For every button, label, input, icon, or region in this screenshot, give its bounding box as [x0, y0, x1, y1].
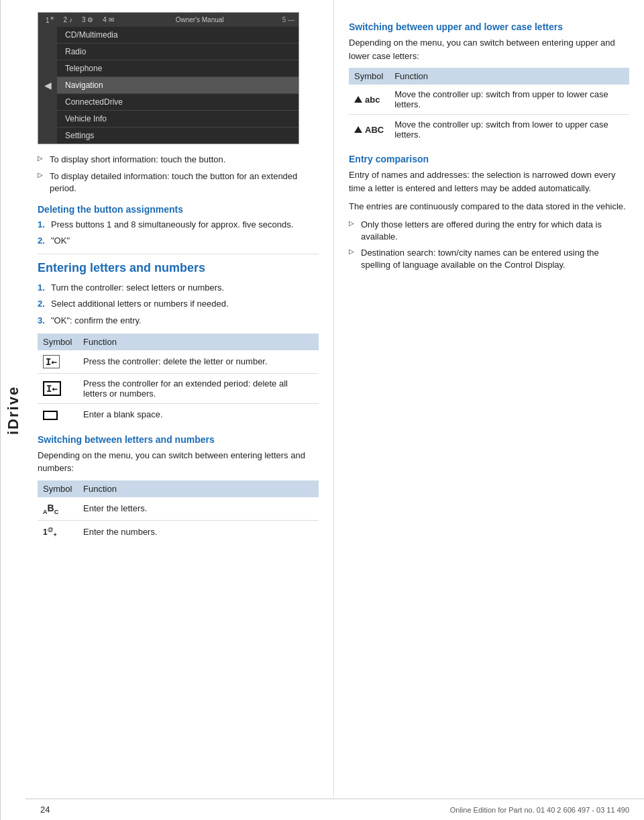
menu-num: 5 —	[282, 16, 294, 23]
intro-bullets: To display short information: touch the …	[38, 154, 319, 195]
table1-header-function: Function	[78, 334, 319, 350]
table-row: I← Press the controller: delete the lett…	[38, 350, 319, 374]
delete-steps: 1.Press buttons 1 and 8 simultaneously f…	[38, 219, 319, 247]
table-row: 1@+ Enter the numbers.	[38, 520, 319, 543]
menu-body: ◀ CD/Multimedia Radio Telephone Navigati…	[38, 27, 299, 144]
symbol-table-2: Symbol Function ABC Enter the letters. 1…	[38, 480, 319, 543]
switch-letters-intro: Depending on the menu, you can switch be…	[38, 449, 319, 475]
table-ul-header-function: Function	[389, 68, 629, 85]
menu-item-cd: CD/Multimedia	[57, 27, 299, 44]
menu-tab-4: 4 ✉	[99, 15, 117, 24]
function-nums: Enter the numbers.	[78, 520, 319, 543]
sidebar: iDrive	[0, 0, 25, 820]
table-row: ABC Move the controller up: switch from …	[349, 115, 629, 145]
menu-item-connected: ConnectedDrive	[57, 94, 299, 111]
table-row: ABC Enter the letters.	[38, 497, 319, 520]
table-ul-header-symbol: Symbol	[349, 68, 389, 85]
entry-comparison-para1: Entry of names and addresses: the select…	[349, 168, 629, 195]
delete-step-2: 2."OK"	[38, 235, 319, 247]
entering-step-3: 3."OK": confirm the entry.	[38, 315, 319, 327]
symbol-space	[38, 403, 78, 425]
function-tri-ABC: Move the controller up: switch from lowe…	[389, 115, 629, 145]
symbol-abc: ABC	[38, 497, 78, 520]
function-space: Enter a blank space.	[78, 403, 319, 425]
idrive-menu-screenshot: 1☀ 2 ♪ 3 ⚙ 4 ✉ Owner's Manual 5 — ◀ CD/M…	[38, 12, 299, 144]
function-backspace-normal: Press the controller: delete the letter …	[78, 350, 319, 374]
function-backspace-bold: Press the controller for an extended per…	[78, 373, 319, 403]
entering-step-1: 1.Turn the controller: select letters or…	[38, 282, 319, 294]
delete-step-1: 1.Press buttons 1 and 8 simultaneously f…	[38, 219, 319, 231]
menu-tab-1: 1☀	[42, 15, 58, 25]
triangle-up-icon	[354, 96, 362, 103]
table2-header-symbol: Symbol	[38, 480, 78, 497]
footer-part-number: Online Edition for Part no. 01 40 2 606 …	[450, 806, 629, 814]
divider-1	[38, 254, 319, 254]
bullet-2: To display detailed information: touch t…	[38, 170, 319, 195]
menu-item-settings: Settings	[57, 127, 299, 144]
menu-item-navigation: Navigation	[57, 77, 299, 94]
menu-tab-2: 2 ♪	[60, 15, 76, 24]
entering-steps: 1.Turn the controller: select letters or…	[38, 282, 319, 327]
entering-step-2: 2.Select additional letters or numbers i…	[38, 298, 319, 310]
entry-comparison-bullets: Only those letters are offered during th…	[349, 219, 629, 272]
menu-item-vehicle: Vehicle Info	[57, 111, 299, 127]
menu-item-radio: Radio	[57, 44, 299, 60]
menu-arrow-left: ◀	[38, 27, 57, 144]
table-row: abc Move the controller up: switch from …	[349, 85, 629, 115]
entering-letters-heading: Entering letters and numbers	[38, 261, 319, 275]
section-upper-lower-heading: Switching between upper and lower case l…	[349, 21, 629, 32]
entry-comparison-para2: The entries are continuously compared to…	[349, 200, 629, 213]
table-row: I← Press the controller for an extended …	[38, 373, 319, 403]
menu-title: Owner's Manual	[120, 16, 280, 23]
menu-items: CD/Multimedia Radio Telephone Navigation…	[57, 27, 299, 144]
bullet-1: To display short information: touch the …	[38, 154, 319, 166]
section-delete-heading: Deleting the button assignments	[38, 204, 319, 215]
section-switch-letters-heading: Switching between letters and numbers	[38, 434, 319, 445]
symbol-backspace-normal: I←	[38, 350, 78, 374]
page-number: 24	[40, 805, 50, 815]
function-tri-abc: Move the controller up: switch from uppe…	[389, 85, 629, 115]
main-content: 1☀ 2 ♪ 3 ⚙ 4 ✉ Owner's Manual 5 — ◀ CD/M…	[25, 0, 644, 820]
upper-lower-intro: Depending on the menu, you can switch be…	[349, 36, 629, 62]
symbol-tri-abc: abc	[349, 85, 389, 115]
symbol-backspace-bold: I←	[38, 373, 78, 403]
footer: 24 Online Edition for Part no. 01 40 2 6…	[25, 799, 644, 820]
menu-tab-3: 3 ⚙	[78, 15, 97, 24]
symbol-tri-ABC: ABC	[349, 115, 389, 145]
table1-header-symbol: Symbol	[38, 334, 78, 350]
section-entry-comparison-heading: Entry comparison	[349, 154, 629, 164]
menu-topbar: 1☀ 2 ♪ 3 ⚙ 4 ✉ Owner's Manual 5 —	[38, 13, 299, 27]
symbol-table-1: Symbol Function I← Press the controller:…	[38, 334, 319, 425]
function-abc: Enter the letters.	[78, 497, 319, 520]
table-row: Enter a blank space.	[38, 403, 319, 425]
menu-item-telephone: Telephone	[57, 60, 299, 77]
table2-header-function: Function	[78, 480, 319, 497]
bullet-entry-2: Destination search: town/city names can …	[349, 247, 629, 271]
symbol-nums: 1@+	[38, 520, 78, 543]
bullet-entry-1: Only those letters are offered during th…	[349, 219, 629, 243]
right-column: Switching between upper and lower case l…	[334, 0, 644, 820]
triangle-up-icon	[354, 126, 362, 133]
left-column: 1☀ 2 ♪ 3 ⚙ 4 ✉ Owner's Manual 5 — ◀ CD/M…	[25, 0, 334, 820]
sidebar-label: iDrive	[5, 385, 22, 434]
symbol-table-upper-lower: Symbol Function abc Move the controller …	[349, 68, 629, 144]
